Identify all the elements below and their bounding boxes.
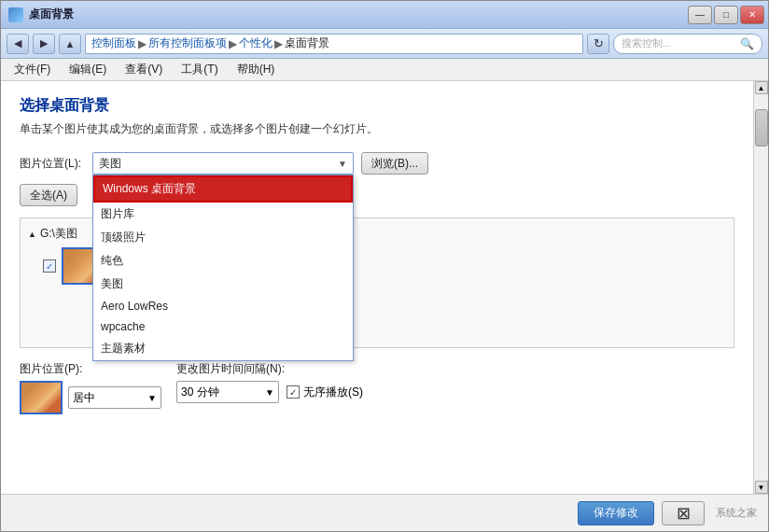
group-arrow-icon: ▲ bbox=[28, 230, 36, 239]
interval-arrow-icon: ▼ bbox=[265, 387, 274, 398]
scroll-down-button[interactable]: ▼ bbox=[755, 481, 768, 494]
refresh-button[interactable]: ↻ bbox=[587, 34, 609, 54]
search-placeholder: 搜索控制... bbox=[622, 36, 671, 50]
dropdown-item-1[interactable]: 图片库 bbox=[93, 203, 353, 226]
titlebar-buttons: — □ ✕ bbox=[688, 6, 764, 24]
up-button[interactable]: ▲ bbox=[59, 34, 81, 54]
position-label: 图片位置(P): bbox=[20, 361, 161, 377]
scroll-up-button[interactable]: ▲ bbox=[755, 81, 768, 94]
dropdown-item-2[interactable]: 顶级照片 bbox=[93, 226, 353, 249]
position-thumb bbox=[20, 381, 63, 414]
search-icon: 🔍 bbox=[740, 37, 754, 50]
dropdown-item-3[interactable]: 纯色 bbox=[93, 249, 353, 273]
path-item-3[interactable]: 个性化 bbox=[239, 35, 273, 51]
forward-button[interactable]: ▶ bbox=[33, 34, 55, 54]
window-title: 桌面背景 bbox=[29, 7, 74, 22]
position-section: 图片位置(P): 居中 ▼ bbox=[20, 361, 161, 414]
image-checkbox[interactable] bbox=[43, 259, 56, 273]
select-all-button[interactable]: 全选(A) bbox=[20, 184, 77, 206]
interval-section: 更改图片时间间隔(N): 30 分钟 ▼ 无序播放(S) bbox=[176, 361, 363, 414]
position-thumb-inner bbox=[21, 383, 61, 413]
location-select-wrapper: 美图 ▼ Windows 桌面背景 图片库 顶级照片 纯色 美图 Aero Lo… bbox=[92, 152, 354, 175]
interval-row: 30 分钟 ▼ 无序播放(S) bbox=[176, 381, 363, 403]
back-icon: ◀ bbox=[14, 37, 21, 49]
shuffle-checkbox-row: 无序播放(S) bbox=[287, 385, 363, 400]
minimize-button[interactable]: — bbox=[688, 6, 712, 24]
page-subtitle: 单击某个图片使其成为您的桌面背景，或选择多个图片创建一个幻灯片。 bbox=[20, 121, 734, 137]
path-item-1[interactable]: 控制面板 bbox=[91, 35, 136, 51]
position-row: 居中 ▼ bbox=[20, 381, 161, 414]
menubar: 文件(F) 编辑(E) 查看(V) 工具(T) 帮助(H) bbox=[1, 59, 768, 81]
dropdown-item-6[interactable]: wpcache bbox=[93, 316, 353, 337]
titlebar-left: 桌面背景 bbox=[8, 7, 74, 22]
menu-view[interactable]: 查看(V) bbox=[119, 60, 168, 79]
interval-label: 更改图片时间间隔(N): bbox=[176, 361, 363, 377]
location-select-value: 美图 bbox=[99, 156, 121, 172]
search-box[interactable]: 搜索控制... 🔍 bbox=[613, 34, 762, 54]
scrollbar[interactable]: ▲ ▼ bbox=[753, 81, 768, 494]
main-content: 选择桌面背景 单击某个图片使其成为您的桌面背景，或选择多个图片创建一个幻灯片。 … bbox=[1, 81, 768, 494]
interval-value: 30 分钟 bbox=[181, 385, 219, 400]
shuffle-label: 无序播放(S) bbox=[303, 385, 363, 400]
path-current: 桌面背景 bbox=[285, 35, 329, 51]
save-button[interactable]: 保存修改 bbox=[578, 501, 654, 525]
forward-icon: ▶ bbox=[40, 37, 48, 49]
bottom-section: 图片位置(P): 居中 ▼ 更改图片时间间隔(N): bbox=[20, 361, 734, 414]
path-item-2[interactable]: 所有控制面板项 bbox=[148, 35, 227, 51]
address-path[interactable]: 控制面板 ▶ 所有控制面板项 ▶ 个性化 ▶ 桌面背景 bbox=[85, 34, 583, 54]
picture-location-row: 图片位置(L): 美图 ▼ Windows 桌面背景 图片库 顶级照片 纯色 美… bbox=[20, 152, 734, 175]
dropdown-item-0[interactable]: Windows 桌面背景 bbox=[93, 175, 353, 203]
menu-file[interactable]: 文件(F) bbox=[8, 60, 56, 79]
menu-edit[interactable]: 编辑(E) bbox=[63, 60, 112, 79]
dropdown-item-5[interactable]: Aero LowRes bbox=[93, 296, 353, 316]
cancel-button[interactable]: ⊠ bbox=[662, 501, 705, 525]
dropdown-item-4[interactable]: 美图 bbox=[93, 273, 353, 296]
back-button[interactable]: ◀ bbox=[7, 34, 29, 54]
group-name: G:\美图 bbox=[40, 226, 77, 242]
scrollbar-thumb[interactable] bbox=[755, 109, 768, 147]
dropdown-item-7[interactable]: 主题素材 bbox=[93, 337, 353, 360]
shuffle-checkbox[interactable] bbox=[287, 385, 300, 399]
position-select[interactable]: 居中 ▼ bbox=[68, 386, 161, 409]
browse-button[interactable]: 浏览(B)... bbox=[361, 152, 428, 175]
addressbar: ◀ ▶ ▲ 控制面板 ▶ 所有控制面板项 ▶ 个性化 ▶ 桌面背景 ↻ 搜索控制… bbox=[1, 29, 768, 59]
main-window: 桌面背景 — □ ✕ ◀ ▶ ▲ 控制面板 ▶ 所有控制面板项 ▶ 个性化 ▶ … bbox=[0, 0, 769, 532]
up-icon: ▲ bbox=[65, 38, 76, 49]
titlebar: 桌面背景 — □ ✕ bbox=[1, 1, 768, 29]
page-title: 选择桌面背景 bbox=[20, 96, 734, 116]
dropdown-arrow-icon: ▼ bbox=[338, 159, 347, 169]
location-select[interactable]: 美图 ▼ bbox=[92, 152, 354, 175]
menu-tools[interactable]: 工具(T) bbox=[175, 60, 223, 79]
window-icon bbox=[8, 7, 23, 22]
picture-location-label: 图片位置(L): bbox=[20, 156, 85, 172]
position-value: 居中 bbox=[73, 390, 95, 406]
watermark-label: 系统之家 bbox=[716, 506, 757, 520]
location-dropdown: Windows 桌面背景 图片库 顶级照片 纯色 美图 Aero LowRes … bbox=[92, 175, 354, 361]
bottom-bar: 保存修改 ⊠ 系统之家 bbox=[1, 494, 768, 531]
maximize-button[interactable]: □ bbox=[714, 6, 738, 24]
menu-help[interactable]: 帮助(H) bbox=[231, 60, 281, 79]
interval-select[interactable]: 30 分钟 ▼ bbox=[176, 381, 279, 403]
close-button[interactable]: ✕ bbox=[740, 6, 764, 24]
content-area: 选择桌面背景 单击某个图片使其成为您的桌面背景，或选择多个图片创建一个幻灯片。 … bbox=[1, 81, 753, 494]
position-arrow-icon: ▼ bbox=[147, 393, 157, 403]
cancel-icon: ⊠ bbox=[677, 503, 691, 524]
